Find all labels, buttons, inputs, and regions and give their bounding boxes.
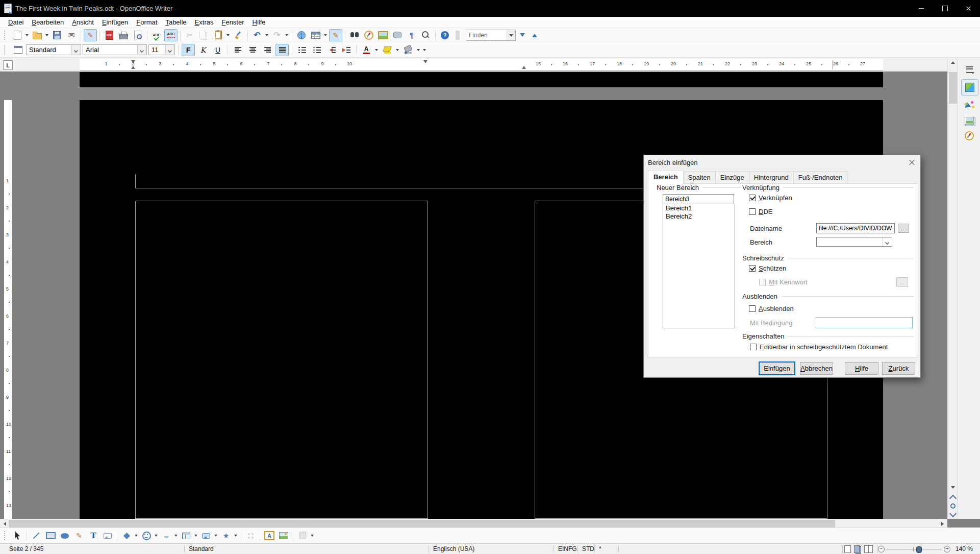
navigate-by-icon[interactable] (948, 501, 958, 510)
align-right-icon[interactable] (261, 44, 274, 56)
menu-format[interactable]: Format (132, 17, 161, 27)
gallery-deck-icon[interactable] (961, 113, 977, 128)
find-previous-icon[interactable] (529, 30, 540, 41)
align-justify-icon[interactable] (275, 44, 289, 56)
background-color-icon[interactable] (401, 44, 415, 56)
insert-line-icon[interactable] (30, 529, 43, 542)
basic-shapes-icon[interactable] (120, 529, 133, 542)
basic-shapes-dropdown[interactable] (134, 530, 139, 541)
toolbar-grip[interactable] (4, 531, 8, 540)
export-pdf-icon[interactable]: PDF (103, 29, 116, 41)
list-item[interactable]: Bereich2 (663, 212, 735, 221)
section-listbox[interactable]: Bereich1 Bereich2 (663, 204, 735, 328)
tab-einzuege[interactable]: Einzüge (715, 171, 749, 184)
menu-hilfe[interactable]: Hilfe (248, 17, 270, 27)
ausblenden-label[interactable]: Ausblenden (759, 305, 794, 312)
hyperlink-icon[interactable] (295, 29, 308, 41)
book-view-icon[interactable] (864, 545, 873, 553)
menu-tabelle[interactable]: Tabelle (161, 17, 190, 27)
zoom-level-field[interactable]: 140 % (950, 545, 977, 552)
increase-indent-icon[interactable] (340, 44, 353, 56)
zoom-track[interactable] (887, 549, 941, 549)
bullet-list-icon[interactable] (310, 44, 323, 56)
close-button[interactable] (957, 0, 980, 17)
gallery-icon[interactable] (376, 29, 390, 41)
flowchart-dropdown[interactable] (194, 530, 198, 541)
symbol-shapes-icon[interactable] (140, 529, 153, 542)
navigator-icon[interactable] (362, 29, 375, 41)
schuetzen-label[interactable]: Schützen (759, 264, 786, 272)
menu-bearbeiten[interactable]: Bearbeiten (28, 17, 68, 27)
chevron-down-icon[interactable] (137, 45, 146, 55)
font-size-combo[interactable]: 11 (148, 44, 175, 55)
open-dropdown[interactable] (45, 30, 49, 41)
paragraph-style-combo[interactable]: Standard (26, 44, 81, 55)
horizontal-scroll-thumb[interactable] (9, 520, 835, 527)
editierbar-checkbox[interactable] (750, 344, 757, 350)
zoom-slider[interactable]: − + (878, 544, 950, 554)
sidebar-settings-icon[interactable] (961, 62, 977, 77)
previous-page-icon[interactable] (948, 493, 958, 501)
highlighting-dropdown[interactable] (395, 44, 400, 56)
multi-page-view-icon[interactable] (854, 545, 860, 553)
data-sources-icon[interactable] (391, 29, 404, 41)
toolbar-grip[interactable] (4, 31, 8, 40)
open-icon[interactable] (31, 29, 44, 41)
toolbar-overflow-grip[interactable] (456, 31, 460, 40)
callouts-dropdown[interactable] (214, 530, 218, 541)
tab-stop-selector[interactable]: L (3, 60, 13, 70)
callouts-icon[interactable] (199, 529, 213, 542)
flowchart-icon[interactable] (180, 529, 193, 542)
page-preview-icon[interactable] (131, 29, 144, 41)
print-icon[interactable] (117, 29, 130, 41)
italic-icon[interactable]: K (196, 44, 210, 56)
properties-deck-icon[interactable] (961, 79, 978, 95)
verknuepfen-label[interactable]: Verknüpfen (759, 194, 792, 202)
highlighting-icon[interactable] (381, 44, 394, 56)
show-draw-functions-icon[interactable]: ✎ (329, 29, 342, 41)
symbol-shapes-dropdown[interactable] (154, 530, 159, 541)
decrease-indent-icon[interactable] (325, 44, 338, 56)
paste-dropdown[interactable] (226, 30, 231, 41)
spellcheck-icon[interactable]: ABC (150, 29, 163, 41)
redo-dropdown[interactable] (285, 30, 289, 41)
find-next-icon[interactable] (517, 30, 528, 41)
clone-formatting-icon[interactable] (232, 29, 245, 41)
select-icon[interactable] (11, 529, 24, 542)
toolbar-grip[interactable] (4, 45, 8, 55)
selection-mode-field[interactable]: STD (578, 545, 594, 552)
styles-deck-icon[interactable] (961, 98, 977, 113)
next-page-icon[interactable] (948, 510, 958, 519)
fontwork-icon[interactable]: A (263, 529, 276, 542)
page-number-field[interactable]: Seite 2 / 345 (0, 545, 184, 552)
text-box-icon[interactable]: T (87, 529, 100, 542)
horizontal-ruler[interactable]: 1234567891015161718192021222324252627 (80, 59, 883, 71)
zoom-in-icon[interactable]: + (944, 546, 950, 552)
undo-icon[interactable]: ↶ (250, 29, 264, 41)
chevron-down-icon[interactable] (71, 45, 81, 55)
insert-mode-field[interactable]: EINFG (554, 545, 577, 552)
formatting-marks-icon[interactable]: ¶ (405, 29, 418, 41)
edit-file-icon[interactable]: ✎ (84, 29, 97, 41)
vertical-scroll-thumb[interactable] (949, 72, 957, 104)
zoom-icon[interactable] (419, 29, 433, 41)
einfuegen-button[interactable]: Einfügen (759, 362, 795, 375)
ausblenden-checkbox[interactable] (749, 305, 756, 312)
zurueck-button[interactable]: Zurück (882, 362, 915, 375)
help-icon[interactable]: ? (438, 29, 451, 41)
autospellcheck-icon[interactable]: ABC (164, 29, 178, 41)
dialog-title-bar[interactable]: Bereich einfügen (644, 155, 920, 170)
abbrechen-button[interactable]: Abbrechen (800, 362, 833, 375)
dialog-close-icon[interactable] (908, 158, 916, 166)
menu-ansicht[interactable]: Ansicht (68, 17, 98, 27)
right-indent-marker[interactable] (522, 64, 526, 69)
section-name-input[interactable] (663, 194, 734, 204)
insert-table-icon[interactable] (309, 29, 322, 41)
scroll-left-icon[interactable] (0, 519, 9, 528)
find-toolbar-input[interactable]: Finden (466, 30, 516, 41)
scroll-down-icon[interactable] (948, 484, 958, 492)
stars-icon[interactable]: ★ (219, 529, 233, 542)
list-item[interactable]: Bereich1 (663, 204, 735, 212)
email-icon[interactable]: ✉ (65, 29, 78, 41)
background-color-dropdown[interactable] (416, 44, 421, 56)
